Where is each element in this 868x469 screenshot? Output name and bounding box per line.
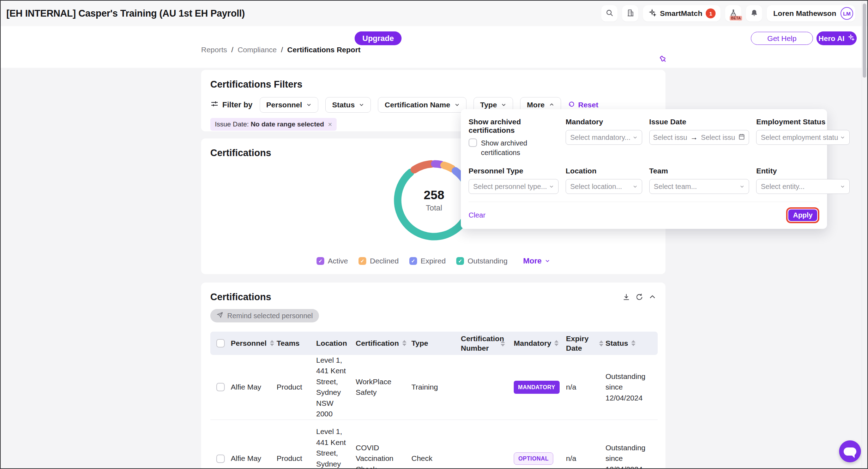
checkbox-label: Show archived certifications: [481, 138, 537, 158]
get-help-button[interactable]: Get Help: [751, 32, 813, 45]
notifications-button[interactable]: [746, 5, 762, 22]
sort-icon[interactable]: [501, 340, 505, 346]
sparkle-icon: [848, 34, 855, 43]
apply-button[interactable]: Apply: [788, 209, 817, 221]
chevron-down-icon: [545, 256, 550, 266]
sort-icon[interactable]: [631, 340, 635, 346]
row-checkbox[interactable]: [216, 455, 225, 463]
employment-status-select[interactable]: Select employment statu: [756, 130, 850, 145]
filter-personnel-dropdown[interactable]: Personnel: [260, 97, 319, 113]
cell-certification: COVID Vaccination Check: [356, 443, 411, 469]
breadcrumb-compliance[interactable]: Compliance: [237, 46, 277, 54]
table-row[interactable]: Alfie May Product Level 1, 441 Kent Stre…: [210, 420, 658, 469]
issue-date-range-input[interactable]: Select issu → Select issu: [649, 130, 749, 145]
location-select[interactable]: Select location...: [566, 179, 642, 194]
filter-certification-name-dropdown[interactable]: Certification Name: [378, 97, 466, 113]
column-label: Mandatory: [514, 338, 551, 348]
pin-report-button[interactable]: [658, 54, 668, 65]
filter-more-label: More: [527, 101, 544, 109]
smartmatch-label: SmartMatch: [660, 9, 702, 18]
collapse-icon[interactable]: [649, 293, 656, 302]
chevron-down-icon: [840, 133, 845, 142]
column-label: Certification Number: [461, 334, 498, 353]
clear-filters-link[interactable]: Clear: [469, 211, 486, 219]
show-archived-checkbox-row[interactable]: Show archived certifications: [469, 138, 559, 158]
sort-icon[interactable]: [402, 340, 406, 346]
row-checkbox[interactable]: [216, 383, 225, 391]
building-icon: [626, 9, 634, 18]
hero-ai-label: Hero AI: [819, 34, 845, 43]
checkbox-checked-icon[interactable]: [409, 257, 417, 265]
chevron-up-icon: [549, 101, 554, 109]
chevron-down-icon: [740, 183, 745, 191]
breadcrumb-reports[interactable]: Reports: [201, 46, 227, 54]
download-icon[interactable]: [622, 293, 630, 302]
legend-more-dropdown[interactable]: More: [523, 256, 550, 266]
donut-segment-Active: [435, 164, 441, 165]
column-header-status[interactable]: Status: [605, 338, 658, 348]
team-select[interactable]: Select team...: [649, 179, 749, 194]
cell-location: Level 1, 441 Kent Street, Sydney NSW 200…: [316, 426, 356, 469]
legend-item-declined[interactable]: Declined: [358, 257, 399, 265]
column-header-expiry-date[interactable]: Expiry Date: [566, 334, 605, 353]
column-header-certification-number[interactable]: Certification Number: [461, 334, 514, 353]
beta-lab-button[interactable]: BETA: [725, 5, 741, 22]
pushpin-icon: [658, 59, 668, 65]
legend-item-outstanding[interactable]: Outstanding: [456, 257, 507, 265]
entity-select[interactable]: Select entity...: [756, 179, 850, 194]
column-header-certification[interactable]: Certification: [356, 338, 411, 348]
table-card-header: Certifications: [210, 292, 656, 303]
search-button[interactable]: [601, 5, 617, 22]
breadcrumb: Reports / Compliance / Certifications Re…: [201, 46, 361, 54]
column-label: Location: [316, 338, 347, 348]
filter-by: Filter by: [210, 100, 253, 110]
sort-icon[interactable]: [599, 340, 603, 346]
reset-icon: [568, 101, 575, 109]
chip-close-icon[interactable]: ×: [328, 121, 332, 128]
scrollbar-thumb[interactable]: [863, 4, 866, 78]
date-to-placeholder: Select issu: [701, 133, 735, 142]
organisation-button[interactable]: [622, 5, 638, 22]
smartmatch-button[interactable]: SmartMatch 1: [643, 5, 721, 22]
checkbox-checked-icon[interactable]: [317, 257, 324, 265]
donut-segment-Declined: [444, 165, 452, 169]
donut-segment-hidden-status-red: [414, 164, 432, 170]
mandatory-badge: MANDATORY: [514, 381, 560, 394]
remind-selected-personnel-button[interactable]: Remind selected personnel: [210, 309, 319, 322]
filter-by-label: Filter by: [222, 100, 253, 109]
table-header-row: Personnel Teams Location Certification T…: [210, 332, 658, 355]
cell-teams: Product: [277, 453, 316, 464]
legend-item-expired[interactable]: Expired: [409, 257, 446, 265]
legend-label: Outstanding: [468, 257, 507, 265]
refresh-icon[interactable]: [635, 293, 643, 302]
filter-status-label: Status: [332, 101, 355, 109]
sort-icon[interactable]: [270, 340, 274, 346]
table-row[interactable]: Alfie May Product Level 1, 441 Kent Stre…: [210, 355, 658, 420]
checkbox-checked-icon[interactable]: [456, 257, 464, 265]
user-menu[interactable]: Loren Mathewson LM: [767, 5, 855, 22]
hero-ai-button[interactable]: Hero AI: [816, 31, 857, 45]
column-header-mandatory[interactable]: Mandatory: [514, 338, 566, 348]
personnel-type-select[interactable]: Select personnel type...: [469, 179, 559, 194]
field-show-archived: Show archived certifications Show archiv…: [469, 118, 559, 158]
legend-item-active[interactable]: Active: [317, 257, 348, 265]
select-all-checkbox[interactable]: [216, 339, 225, 348]
chat-widget-button[interactable]: [839, 440, 861, 462]
field-label: Team: [649, 167, 749, 175]
checkbox-checked-icon[interactable]: [358, 257, 366, 265]
filter-status-dropdown[interactable]: Status: [325, 97, 371, 113]
apply-click-highlight: Apply: [786, 207, 819, 223]
column-label: Certification: [356, 338, 399, 348]
checkbox-unchecked-icon[interactable]: [469, 138, 477, 147]
field-label: Employment Status: [756, 118, 850, 126]
filters-card-title: Certifications Filters: [210, 79, 656, 90]
field-location: Location Select location...: [566, 167, 642, 194]
sort-icon[interactable]: [554, 340, 559, 346]
mandatory-select[interactable]: Select mandatory...: [566, 130, 642, 145]
column-header-personnel[interactable]: Personnel: [231, 338, 277, 348]
field-employment-status: Employment Status Select employment stat…: [756, 118, 850, 158]
upgrade-button[interactable]: Upgrade: [355, 31, 402, 45]
field-label: Issue Date: [649, 118, 749, 126]
reset-filters-button[interactable]: Reset: [568, 101, 598, 109]
page-scrollbar[interactable]: [862, 1, 867, 468]
